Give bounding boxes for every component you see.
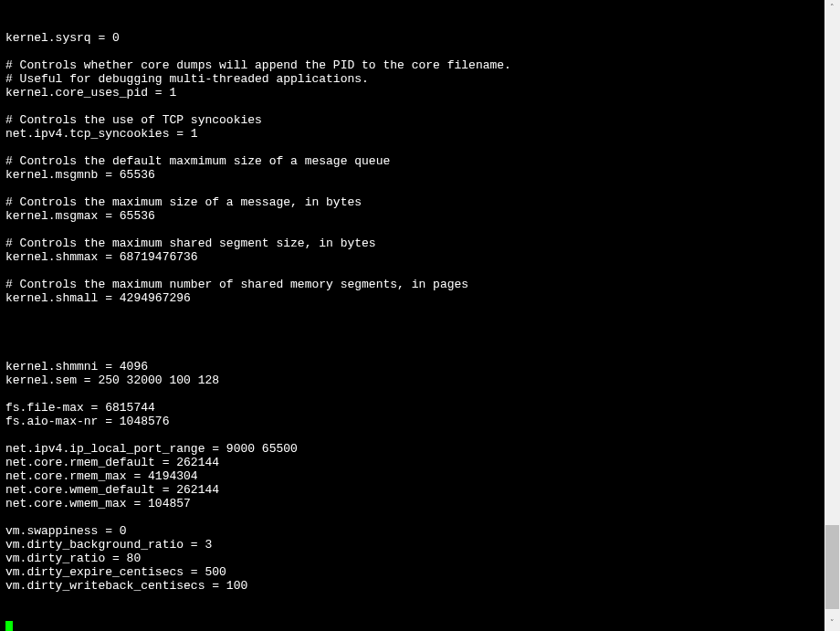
terminal-line: kernel.msgmnb = 65536	[5, 168, 819, 182]
terminal-line	[5, 100, 819, 113]
terminal-line: kernel.shmmax = 68719476736	[5, 250, 819, 264]
terminal-line: vm.dirty_ratio = 80	[5, 552, 819, 565]
cursor-line	[5, 620, 819, 631]
scroll-down-button[interactable]: ˅	[824, 615, 840, 631]
terminal-line: kernel.shmall = 4294967296	[5, 291, 819, 305]
terminal-line: vm.swappiness = 0	[5, 524, 819, 538]
scroll-thumb[interactable]	[825, 525, 839, 609]
terminal-line	[5, 223, 819, 237]
terminal-line: net.ipv4.ip_local_port_range = 9000 6550…	[5, 442, 819, 456]
terminal-line	[5, 346, 819, 360]
terminal-line: # Controls whether core dumps will appen…	[5, 58, 819, 72]
terminal-line: net.core.rmem_max = 4194304	[5, 469, 819, 483]
terminal-line: vm.dirty_expire_centisecs = 500	[5, 565, 819, 579]
terminal-line: # Useful for debugging multi-threaded ap…	[5, 72, 819, 86]
terminal-line: # Controls the maximum size of a message…	[5, 195, 819, 209]
terminal-line: # Controls the maximum shared segment si…	[5, 237, 819, 250]
terminal-line	[5, 510, 819, 524]
terminal-viewport[interactable]: kernel.sysrq = 0 # Controls whether core…	[0, 0, 824, 631]
terminal-content: kernel.sysrq = 0 # Controls whether core…	[5, 31, 819, 593]
terminal-line: # Controls the maximum number of shared …	[5, 278, 819, 291]
terminal-line	[5, 387, 819, 401]
terminal-line	[5, 264, 819, 278]
terminal-line	[5, 305, 819, 319]
terminal-line: kernel.core_uses_pid = 1	[5, 86, 819, 100]
terminal-line: kernel.shmmni = 4096	[5, 360, 819, 373]
terminal-line: vm.dirty_writeback_centisecs = 100	[5, 579, 819, 593]
vertical-scrollbar[interactable]: ˄ ˅	[824, 0, 840, 631]
terminal-line	[5, 319, 819, 332]
terminal-line: fs.aio-max-nr = 1048576	[5, 415, 819, 428]
terminal-line	[5, 332, 819, 346]
scroll-track[interactable]	[824, 16, 840, 615]
terminal-line: net.core.rmem_default = 262144	[5, 456, 819, 469]
terminal-line: net.core.wmem_default = 262144	[5, 483, 819, 497]
cursor	[5, 621, 13, 631]
terminal-line: kernel.sem = 250 32000 100 128	[5, 373, 819, 387]
terminal-line: fs.file-max = 6815744	[5, 401, 819, 415]
terminal-line: vm.dirty_background_ratio = 3	[5, 538, 819, 552]
terminal-line: # Controls the default maxmimum size of …	[5, 154, 819, 168]
terminal-line: net.ipv4.tcp_syncookies = 1	[5, 127, 819, 141]
terminal-line	[5, 428, 819, 442]
scroll-up-button[interactable]: ˄	[824, 0, 840, 16]
terminal-line	[5, 182, 819, 195]
terminal-line: # Controls the use of TCP syncookies	[5, 113, 819, 127]
terminal-line	[5, 141, 819, 154]
terminal-line	[5, 45, 819, 58]
terminal-line: net.core.wmem_max = 104857	[5, 497, 819, 510]
terminal-line: kernel.sysrq = 0	[5, 31, 819, 45]
terminal-line: kernel.msgmax = 65536	[5, 209, 819, 223]
